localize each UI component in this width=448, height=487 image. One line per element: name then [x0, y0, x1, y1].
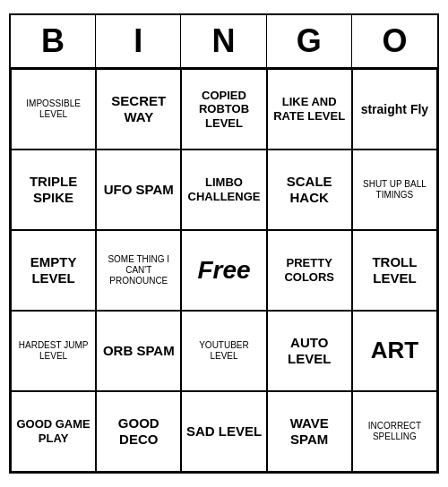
cell-text: YOUTUBER LEVEL [185, 340, 262, 362]
bingo-cell: ORB SPAM [96, 311, 181, 391]
bingo-cell: GOOD GAME PLAY [11, 391, 96, 472]
bingo-cell: TRIPLE SPIKE [11, 150, 96, 230]
bingo-cell: INCORRECT SPELLING [352, 391, 437, 472]
cell-text: SHUT UP BALL TIMINGS [357, 179, 433, 201]
bingo-cell: WAVE SPAM [267, 391, 352, 472]
bingo-cell: Free [181, 230, 266, 311]
cell-text: LIMBO challenge [185, 175, 262, 203]
bingo-cell: ART [352, 311, 437, 391]
bingo-cell: COPIED ROBTOB LEVEL [181, 69, 266, 150]
cell-text: AUTO LEVEL [271, 335, 348, 367]
bingo-cell: AUTO LEVEL [267, 311, 352, 391]
cell-text: Free [197, 255, 250, 286]
bingo-cell: TROLL LEVEL [352, 230, 437, 311]
bingo-cell: SOME THING I CAN'T PRONOUNCE [96, 230, 181, 311]
bingo-cell: HARDEST JUMP LEVEL [11, 311, 96, 391]
bingo-cell: LIMBO challenge [181, 150, 266, 230]
cell-text: GOOD DECO [100, 415, 177, 448]
header-letter: B [11, 15, 96, 67]
cell-text: UFO SPAM [104, 182, 174, 198]
bingo-cell: UFO SPAM [96, 150, 181, 230]
cell-text: SOME THING I CAN'T PRONOUNCE [100, 254, 177, 286]
cell-text: straight Fly [361, 102, 428, 117]
cell-text: INCORRECT SPELLING [357, 421, 433, 442]
bingo-cell: SCALE HACK [267, 150, 352, 230]
bingo-grid: IMPOSSIBLE LEVELSECRET WAYCOPIED ROBTOB … [11, 69, 437, 472]
header-letter: G [267, 15, 352, 67]
cell-text: ART [371, 337, 418, 364]
bingo-header: BINGO [11, 15, 437, 69]
cell-text: TROLL LEVEL [357, 254, 433, 286]
cell-text: SECRET WAY [100, 93, 177, 125]
cell-text: EMPTY LEVEL [15, 254, 91, 286]
cell-text: SCALE HACK [271, 174, 348, 206]
cell-text: TRIPLE SPIKE [15, 174, 91, 206]
cell-text: ORB SPAM [103, 343, 175, 359]
bingo-card: BINGO IMPOSSIBLE LEVELSECRET WAYCOPIED R… [9, 13, 439, 474]
cell-text: WAVE SPAM [271, 415, 348, 448]
bingo-cell: GOOD DECO [96, 391, 181, 472]
bingo-cell: straight Fly [352, 69, 437, 150]
bingo-cell: PRETTY COLORS [267, 230, 352, 311]
cell-text: IMPOSSIBLE LEVEL [15, 98, 91, 120]
cell-text: LIKE AND RATE LEVEL [271, 95, 348, 123]
bingo-cell: SECRET WAY [96, 69, 181, 150]
cell-text: HARDEST JUMP LEVEL [15, 340, 91, 362]
header-letter: N [181, 15, 266, 67]
cell-text: GOOD GAME PLAY [15, 417, 91, 445]
header-letter: I [96, 15, 181, 67]
bingo-cell: SAD LEVEL [181, 391, 266, 472]
cell-text: COPIED ROBTOB LEVEL [185, 89, 262, 131]
cell-text: PRETTY COLORS [271, 256, 348, 284]
bingo-cell: IMPOSSIBLE LEVEL [11, 69, 96, 150]
bingo-cell: EMPTY LEVEL [11, 230, 96, 311]
bingo-cell: YOUTUBER LEVEL [181, 311, 266, 391]
header-letter: O [352, 15, 437, 67]
bingo-cell: LIKE AND RATE LEVEL [267, 69, 352, 150]
cell-text: SAD LEVEL [186, 423, 262, 440]
bingo-cell: SHUT UP BALL TIMINGS [352, 150, 437, 230]
